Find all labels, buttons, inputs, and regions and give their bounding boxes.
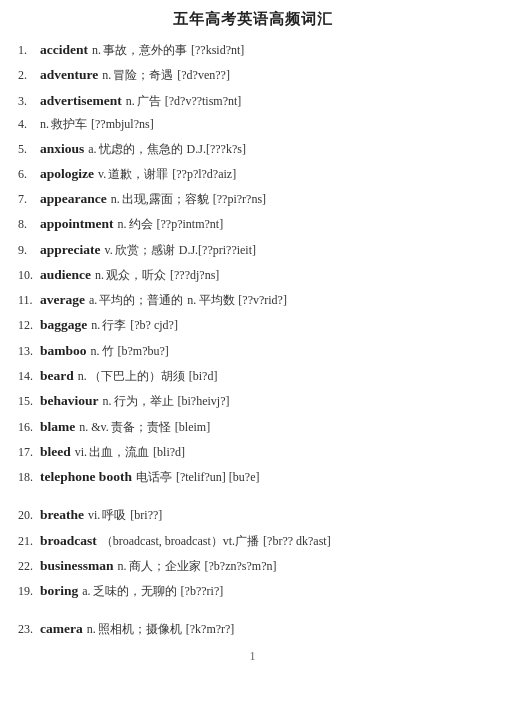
entry-number: 1.	[18, 41, 40, 61]
entry-phonetic: [??mbjul?ns]	[91, 115, 154, 135]
entry-phonetic: D.J.[??pri??ieit]	[179, 241, 256, 261]
entry-pos: a.	[89, 291, 97, 311]
entry-pos: n.	[102, 66, 111, 86]
entry-number: 8.	[18, 215, 40, 235]
entry-meaning: 平均的；普通的	[99, 291, 183, 311]
entry-meaning: 行为，举止	[114, 392, 174, 412]
entry-meaning: 行李	[102, 316, 126, 336]
entry-pos: vi.	[75, 443, 87, 463]
entry-meaning: 广告	[137, 92, 161, 112]
entry-word: accident	[40, 39, 88, 61]
entry-phonetic: [?b??ri?]	[181, 582, 224, 602]
entry-phonetic: [?b?zn?s?m?n]	[205, 557, 277, 577]
entry-number: 20.	[18, 506, 40, 526]
list-item: 2.adventuren. 冒险；奇遇 [?d?ven??]	[18, 64, 487, 86]
list-item: 18.telephone booth电话亭 [?telif?un] [bu?e]	[18, 466, 487, 488]
list-item: 13.bamboon. 竹 [b?m?bu?]	[18, 340, 487, 362]
entry-pos: n.	[118, 557, 127, 577]
entry-phonetic: [?b? cjd?]	[130, 316, 178, 336]
entry-word: average	[40, 289, 85, 311]
list-item: 9.appreciatev. 欣赏；感谢 D.J.[??pri??ieit]	[18, 239, 487, 261]
entry-pos: vi.	[88, 506, 100, 526]
entry-word: advertisement	[40, 90, 122, 112]
entry-phonetic: [???dj?ns]	[170, 266, 219, 286]
entry-phonetic: [b?m?bu?]	[118, 342, 169, 362]
list-item: 5.anxiousa. 忧虑的，焦急的 D.J.[???k?s]	[18, 138, 487, 160]
entry-meaning: （broadcast, broadcast）vt.广播	[101, 532, 259, 552]
entry-meaning: 责备；责怪	[111, 418, 171, 438]
entry-word: appointment	[40, 213, 114, 235]
list-item: 14.beardn. （下巴上的）胡须 [bi?d]	[18, 365, 487, 387]
entry-number: 14.	[18, 367, 40, 387]
entry-pos: n.	[95, 266, 104, 286]
entry-pos: a.	[82, 582, 90, 602]
entry-number: 9.	[18, 241, 40, 261]
entry-meaning: 道歉，谢罪	[108, 165, 168, 185]
list-item: 6.apologizev. 道歉，谢罪 [??p?l?d?aiz]	[18, 163, 487, 185]
entry-word: bamboo	[40, 340, 87, 362]
entry-word: adventure	[40, 64, 98, 86]
entry-phonetic: [??p?intm?nt]	[157, 215, 224, 235]
list-item: 10.audiencen. 观众，听众 [???dj?ns]	[18, 264, 487, 286]
entry-pos: a.	[88, 140, 96, 160]
list-item: 23.cameran. 照相机；摄像机 [?k?m?r?]	[18, 618, 487, 640]
entry-word: anxious	[40, 138, 84, 160]
entry-number: 16.	[18, 418, 40, 438]
entry-pos: n.	[92, 41, 101, 61]
entry-meaning: 冒险；奇遇	[113, 66, 173, 86]
list-item: 15.behaviourn. 行为，举止 [bi?heivj?]	[18, 390, 487, 412]
entry-number: 4.	[18, 115, 40, 135]
entry-meaning: （下巴上的）胡须	[89, 367, 185, 387]
list-item: 21.broadcast（broadcast, broadcast）vt.广播 …	[18, 530, 487, 552]
entry-phonetic: [??p?l?d?aiz]	[172, 165, 236, 185]
entry-meaning: 出血，流血	[89, 443, 149, 463]
entry-number: 22.	[18, 557, 40, 577]
entry-number: 2.	[18, 66, 40, 86]
entry-phonetic: [bleim]	[175, 418, 210, 438]
entry-meaning: 商人；企业家	[129, 557, 201, 577]
entry-meaning: 电话亭	[136, 468, 172, 488]
entry-meaning: 约会	[129, 215, 153, 235]
entry-word: broadcast	[40, 530, 97, 552]
entry-phonetic: [?telif?un] [bu?e]	[176, 468, 260, 488]
entry-meaning: 欣赏；感谢	[115, 241, 175, 261]
entry-number: 18.	[18, 468, 40, 488]
entry-phonetic: [??ksid?nt]	[191, 41, 244, 61]
entry-phonetic: [bi?heivj?]	[178, 392, 230, 412]
entry-pos: n.	[40, 115, 49, 135]
entry-pos: n.	[118, 215, 127, 235]
entry-meaning: 乏味的，无聊的	[93, 582, 177, 602]
entry-phonetic: [??pi?r?ns]	[213, 190, 266, 210]
entry-word: camera	[40, 618, 83, 640]
entry-word: breathe	[40, 504, 84, 526]
entry-number: 7.	[18, 190, 40, 210]
entry-number: 19.	[18, 582, 40, 602]
entry-number: 21.	[18, 532, 40, 552]
entry-word: baggage	[40, 314, 87, 336]
entry-phonetic: [bri??]	[130, 506, 162, 526]
entry-word: apologize	[40, 163, 94, 185]
list-item: 4.n. 救护车 [??mbjul?ns]	[18, 115, 487, 135]
list-item: 7.appearancen. 出现,露面；容貌 [??pi?r?ns]	[18, 188, 487, 210]
list-item: 20.breathevi. 呼吸 [bri??]	[18, 504, 487, 526]
entry-meaning: 呼吸	[102, 506, 126, 526]
entry-meaning: 救护车	[51, 115, 87, 135]
entry-word: beard	[40, 365, 74, 387]
entry-number: 10.	[18, 266, 40, 286]
blank-line	[18, 605, 487, 615]
entry-number: 5.	[18, 140, 40, 160]
entry-pos: n.	[91, 342, 100, 362]
page-number: 1	[18, 649, 487, 664]
entry-pos: n.	[111, 190, 120, 210]
entry-phonetic: [bi?d]	[189, 367, 218, 387]
entry-word: bleed	[40, 441, 71, 463]
blank-line	[18, 491, 487, 501]
entry-word: businessman	[40, 555, 114, 577]
entry-phonetic: n. 平均数 [??v?rid?]	[187, 291, 287, 311]
entry-number: 23.	[18, 620, 40, 640]
entry-number: 6.	[18, 165, 40, 185]
entry-pos: v.	[98, 165, 106, 185]
entry-number: 13.	[18, 342, 40, 362]
entry-pos: n.	[87, 620, 96, 640]
list-item: 11.averagea. 平均的；普通的 n. 平均数 [??v?rid?]	[18, 289, 487, 311]
